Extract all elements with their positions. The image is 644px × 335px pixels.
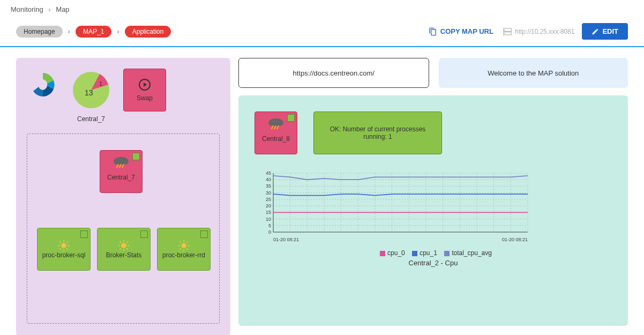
legend-swatch-icon <box>380 251 385 256</box>
copy-icon <box>429 27 437 36</box>
chevron-right-icon: › <box>117 27 119 35</box>
storm-cloud-icon <box>267 116 285 130</box>
svg-point-11 <box>61 243 66 248</box>
svg-text:13: 13 <box>85 88 93 97</box>
cpu-chart[interactable]: 05101520253035404501-20 08:2101-20 08:21… <box>254 170 612 267</box>
swap-label: Swap <box>137 94 153 102</box>
svg-text:5: 5 <box>268 223 271 228</box>
right-container[interactable]: Central_8 OK: Number of current processe… <box>238 95 628 326</box>
svg-line-16 <box>60 242 61 243</box>
sun-icon <box>58 240 70 251</box>
output-widget[interactable]: OK: Number of current processes running:… <box>313 111 442 154</box>
svg-line-35 <box>187 249 188 250</box>
top-breadcrumb: Monitoring › Map <box>0 0 644 19</box>
svg-text:1: 1 <box>99 80 102 87</box>
chevron-right-icon: › <box>68 27 70 35</box>
status-indicator <box>200 230 208 238</box>
swap-tile[interactable]: Swap <box>123 69 166 111</box>
centreon-logo-icon <box>27 69 59 101</box>
host-tile-label: Central_8 <box>255 135 297 143</box>
toolbar: Homepage › MAP_1 › Application COPY MAP … <box>0 19 644 47</box>
service-label: proc-broker-sql <box>42 251 86 259</box>
host-tile-central7[interactable]: Central_7 <box>100 150 143 193</box>
sun-icon <box>178 240 190 251</box>
svg-point-39 <box>268 121 276 126</box>
svg-text:01-20 08:21: 01-20 08:21 <box>502 237 528 242</box>
svg-line-18 <box>60 249 61 250</box>
svg-point-2 <box>504 29 505 30</box>
svg-line-34 <box>180 242 181 243</box>
svg-line-17 <box>67 249 68 250</box>
text-widget[interactable]: Welcome to the MAP solution <box>439 58 628 88</box>
svg-text:30: 30 <box>266 190 271 196</box>
pie-widget[interactable]: 13 1 Central_7 <box>70 69 113 123</box>
svg-point-29 <box>181 243 186 248</box>
breadcrumb-map[interactable]: MAP_1 <box>76 26 111 38</box>
crumb-map[interactable]: Map <box>56 5 69 13</box>
svg-line-28 <box>127 242 128 243</box>
svg-point-9 <box>114 159 121 165</box>
text-widget-text: Welcome to the MAP solution <box>488 69 579 77</box>
dashed-container[interactable]: Central_7 proc-broker-sql Broker-Stats p… <box>27 133 220 324</box>
svg-text:20: 20 <box>266 203 271 209</box>
svg-text:10: 10 <box>266 217 271 222</box>
pie-host-label: Central_7 <box>70 115 113 123</box>
svg-text:0: 0 <box>268 229 271 235</box>
service-tile-proc-broker-rrd[interactable]: proc-broker-rrd <box>157 228 211 271</box>
svg-point-40 <box>276 121 283 126</box>
svg-point-10 <box>121 159 129 165</box>
play-circle-icon <box>138 78 151 91</box>
line-chart-icon: 05101520253035404501-20 08:2101-20 08:21 <box>254 170 533 245</box>
svg-point-20 <box>121 243 126 248</box>
map-canvas: 13 1 Central_7 Swap Central_7 <box>0 47 644 335</box>
copy-map-url-button[interactable]: COPY MAP URL <box>429 27 493 36</box>
chart-title: Central_2 - Cpu <box>254 259 612 267</box>
service-label: Broker-Stats <box>106 251 142 259</box>
status-indicator <box>132 153 140 160</box>
url-widget[interactable]: https://docs.centreon.com/ <box>238 58 429 88</box>
crumb-monitoring[interactable]: Monitoring <box>11 5 43 13</box>
service-tile-proc-broker-sql[interactable]: proc-broker-sql <box>37 228 91 271</box>
svg-text:45: 45 <box>266 170 271 176</box>
storm-cloud-icon <box>112 155 130 169</box>
edit-button[interactable]: EDIT <box>582 23 628 40</box>
service-tile-broker-stats[interactable]: Broker-Stats <box>97 228 151 271</box>
breadcrumb-home[interactable]: Homepage <box>16 26 63 38</box>
svg-text:25: 25 <box>266 197 271 202</box>
svg-line-26 <box>127 249 128 250</box>
server-icon <box>503 28 512 35</box>
status-indicator <box>80 230 88 238</box>
legend-swatch-icon <box>412 251 417 256</box>
map-url-text: http://10.25.xxx:8081 <box>503 28 574 35</box>
svg-line-19 <box>67 242 68 243</box>
chevron-right-icon: › <box>48 5 50 13</box>
output-text: OK: Number of current processes running:… <box>318 125 437 140</box>
status-indicator <box>287 114 295 122</box>
svg-line-36 <box>180 249 181 250</box>
pie-chart-icon: 13 1 <box>70 69 113 111</box>
svg-line-37 <box>187 242 188 243</box>
svg-text:01-20 08:21: 01-20 08:21 <box>273 237 299 242</box>
svg-line-27 <box>120 249 121 250</box>
svg-point-3 <box>504 33 505 34</box>
pencil-icon <box>591 28 599 35</box>
service-label: proc-broker-rrd <box>162 251 205 259</box>
legend-swatch-icon <box>444 251 450 256</box>
sun-icon <box>118 240 130 251</box>
left-container[interactable]: 13 1 Central_7 Swap Central_7 <box>16 58 230 335</box>
status-indicator <box>140 230 148 238</box>
svg-line-25 <box>120 242 121 243</box>
host-tile-label: Central_7 <box>100 174 142 181</box>
svg-text:40: 40 <box>266 177 271 182</box>
breadcrumb-application[interactable]: Application <box>125 26 171 38</box>
chart-legend: cpu_0 cpu_1 total_cpu_avg <box>254 249 612 257</box>
url-widget-text: https://docs.centreon.com/ <box>293 69 375 77</box>
svg-text:15: 15 <box>266 210 271 215</box>
host-tile-central8[interactable]: Central_8 <box>254 111 297 154</box>
svg-text:35: 35 <box>266 183 271 189</box>
